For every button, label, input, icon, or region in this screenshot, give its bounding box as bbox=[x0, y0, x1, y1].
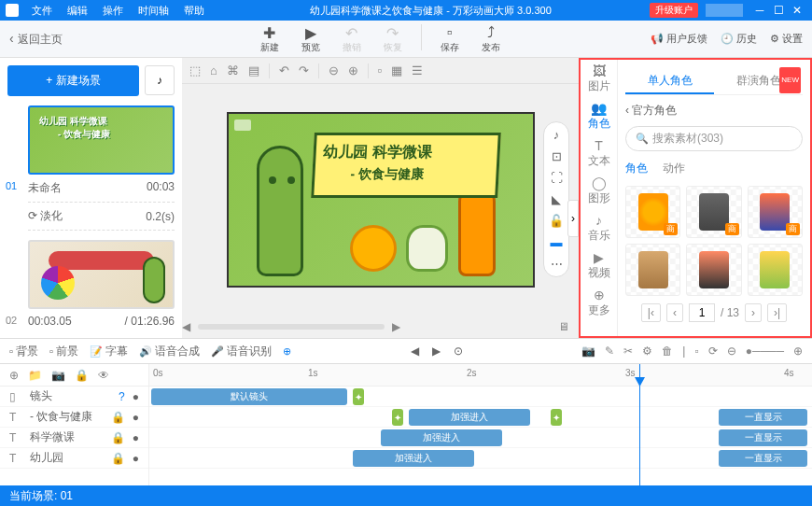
back-home-button[interactable]: 返回主页 bbox=[9, 31, 63, 48]
undo-button[interactable]: ↶撤销 bbox=[343, 24, 361, 54]
asset-dog[interactable] bbox=[625, 244, 680, 296]
canvas[interactable]: 幼儿园 科学微课 - 饮食与健康 bbox=[227, 112, 535, 288]
folder-icon[interactable]: 📁 bbox=[28, 369, 42, 382]
scene-thumbnail-2[interactable] bbox=[28, 240, 175, 309]
page-first-button[interactable]: |‹ bbox=[641, 303, 661, 322]
page-last-button[interactable]: ›| bbox=[767, 303, 787, 322]
zoom-slider[interactable]: ●──── bbox=[746, 344, 784, 358]
next-frame-button[interactable]: ⊙ bbox=[454, 344, 463, 358]
enter-clip[interactable]: 加强进入 bbox=[409, 409, 530, 426]
new-scene-button[interactable]: + 新建场景 bbox=[7, 65, 139, 96]
enter-clip[interactable]: 加强进入 bbox=[381, 429, 502, 446]
always-clip[interactable]: 一直显示 bbox=[719, 409, 807, 426]
timeline-next-icon[interactable]: ▶ bbox=[392, 320, 400, 333]
menu-help[interactable]: 帮助 bbox=[176, 4, 212, 18]
cat-text[interactable]: T文本 bbox=[581, 134, 617, 172]
camera-track-icon[interactable]: 📷 bbox=[51, 369, 65, 382]
tab-group-character[interactable]: 群演角色NEW bbox=[714, 67, 803, 94]
asset-breadcrumb[interactable]: 官方角色 bbox=[625, 103, 803, 119]
grid-icon[interactable]: ▦ bbox=[391, 63, 402, 77]
page-prev-button[interactable]: ‹ bbox=[666, 303, 683, 322]
asset-person-3[interactable] bbox=[748, 244, 803, 296]
edit-icon[interactable]: ✎ bbox=[605, 344, 614, 358]
menu-action[interactable]: 操作 bbox=[95, 4, 131, 18]
canvas-scrollbar[interactable] bbox=[198, 324, 385, 330]
frame-tool-icon[interactable]: ▬ bbox=[551, 235, 563, 249]
music-button[interactable]: ♪ bbox=[145, 65, 175, 95]
asr-button[interactable]: 🎤 语音识别 bbox=[211, 344, 272, 359]
zoom-out-tl-icon[interactable]: ⊖ bbox=[727, 344, 736, 358]
new-button[interactable]: ✚新建 bbox=[260, 24, 279, 54]
link-tool-icon[interactable]: ⌘ bbox=[227, 63, 239, 77]
track-text-2[interactable]: T科学微课🔒● bbox=[0, 428, 148, 448]
cat-shape[interactable]: ◯图形 bbox=[581, 172, 617, 209]
prev-frame-button[interactable]: ◀ bbox=[411, 344, 419, 358]
subtab-motion[interactable]: 动作 bbox=[663, 161, 685, 176]
asset-cat[interactable]: 商 bbox=[686, 186, 741, 238]
keyframe[interactable]: ✦ bbox=[353, 388, 364, 405]
search-input[interactable]: 搜索素材(303) bbox=[625, 126, 803, 151]
cut-icon[interactable]: ✂ bbox=[623, 344, 633, 358]
cat-character[interactable]: 👥角色 bbox=[581, 97, 617, 134]
scene-thumbnail-1[interactable]: 幼儿园 科学微课 - 饮食与健康 bbox=[28, 105, 175, 175]
zoom-in-icon[interactable]: ⊕ bbox=[348, 63, 358, 77]
more-tool-icon[interactable]: ⋯ bbox=[551, 257, 563, 271]
maximize-icon[interactable]: ☐ bbox=[769, 4, 788, 17]
undo-icon[interactable]: ↶ bbox=[279, 63, 289, 77]
minimize-icon[interactable]: ─ bbox=[750, 4, 769, 17]
lock-tool-icon[interactable]: 🔓 bbox=[549, 214, 564, 228]
bg-button[interactable]: ▫ 背景 bbox=[9, 344, 38, 359]
orange-character[interactable] bbox=[350, 225, 397, 272]
record-tool-icon[interactable]: ⊡ bbox=[552, 149, 562, 163]
timeline-prev-icon[interactable]: ◀ bbox=[182, 320, 190, 333]
subtab-character[interactable]: 角色 bbox=[625, 161, 648, 176]
loop-icon[interactable]: ⟳ bbox=[708, 344, 718, 358]
asset-person-1[interactable]: 商 bbox=[748, 186, 803, 238]
scene-name[interactable]: 未命名 bbox=[28, 180, 62, 196]
playhead[interactable] bbox=[639, 364, 640, 485]
panel-expand-handle[interactable]: › bbox=[567, 200, 579, 237]
speech-bubble[interactable]: 幼儿园 科学微课 - 饮食与健康 bbox=[311, 133, 501, 198]
preview-button[interactable]: ▶预览 bbox=[301, 24, 320, 54]
tab-single-character[interactable]: 单人角色 bbox=[625, 67, 714, 94]
tts-button[interactable]: 🔊 语音合成 bbox=[139, 344, 200, 359]
cat-more[interactable]: ⊕更多 bbox=[581, 284, 617, 321]
track-text-1[interactable]: T- 饮食与健康🔒● bbox=[0, 407, 148, 428]
marker-icon[interactable]: ▫ bbox=[694, 344, 698, 358]
add-track-icon[interactable]: ⊕ bbox=[9, 369, 19, 382]
cat-music[interactable]: ♪音乐 bbox=[581, 209, 617, 246]
redo-icon[interactable]: ↷ bbox=[299, 63, 309, 77]
asset-person-2[interactable] bbox=[686, 244, 741, 296]
page-input[interactable] bbox=[689, 303, 715, 322]
lock-track-icon[interactable]: 🔒 bbox=[75, 369, 89, 382]
menu-edit[interactable]: 编辑 bbox=[60, 4, 95, 18]
fit-icon[interactable]: ▫ bbox=[378, 63, 383, 77]
pointer-tool-icon[interactable]: ⬚ bbox=[189, 63, 201, 77]
asset-lion[interactable]: 商 bbox=[625, 186, 680, 238]
help-icon[interactable]: ? bbox=[119, 390, 125, 403]
keyframe[interactable]: ✦ bbox=[551, 409, 562, 426]
transition-row[interactable]: ⟳ 淡化 0.2(s) bbox=[28, 202, 175, 231]
upgrade-button[interactable]: 升级账户 bbox=[650, 3, 698, 18]
track-toggle-icon[interactable]: ● bbox=[133, 390, 139, 403]
layers-tool-icon[interactable]: ▤ bbox=[248, 63, 259, 77]
cucumber-character[interactable] bbox=[257, 146, 303, 276]
home-tool-icon[interactable]: ⌂ bbox=[210, 63, 217, 77]
feedback-button[interactable]: 📢 用户反馈 bbox=[651, 32, 707, 46]
history-button[interactable]: 🕘 历史 bbox=[721, 32, 757, 46]
close-icon[interactable]: ✕ bbox=[788, 4, 806, 17]
filter-icon[interactable]: ⚙ bbox=[642, 344, 652, 358]
publish-button[interactable]: ⤴发布 bbox=[482, 24, 500, 54]
enter-clip[interactable]: 加强进入 bbox=[353, 450, 474, 467]
redo-button[interactable]: ↷恢复 bbox=[384, 24, 402, 54]
cabbage-character[interactable] bbox=[406, 225, 448, 272]
trash-icon[interactable]: 🗑 bbox=[662, 344, 673, 358]
track-camera[interactable]: ▯镜头?● bbox=[0, 387, 148, 407]
menu-timeline[interactable]: 时间轴 bbox=[131, 4, 176, 18]
timeline-ruler[interactable]: 0s 1s 2s 3s 4s bbox=[149, 364, 812, 387]
fullscreen-tool-icon[interactable]: ⛶ bbox=[551, 171, 563, 185]
keyframe[interactable]: ✦ bbox=[392, 409, 403, 426]
zoom-in-tl-icon[interactable]: ⊕ bbox=[793, 344, 803, 358]
zoom-out-icon[interactable]: ⊖ bbox=[329, 63, 339, 77]
eye-icon[interactable]: 👁 bbox=[98, 369, 109, 382]
